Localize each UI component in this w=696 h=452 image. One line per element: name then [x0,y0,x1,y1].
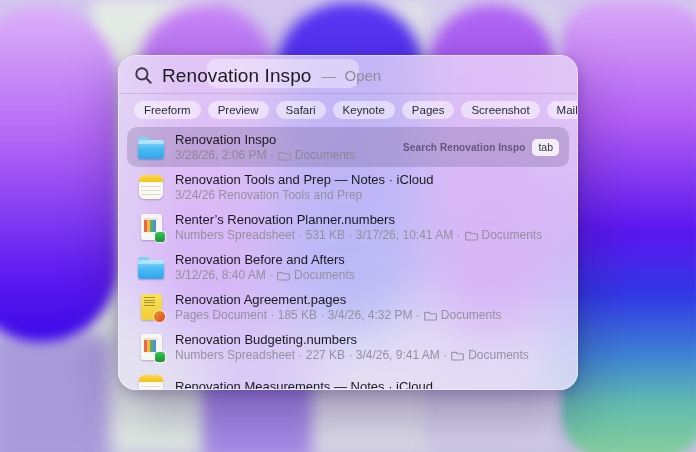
result-location: Documents [468,348,529,362]
result-location: Documents [294,268,355,282]
search-input[interactable]: Renovation Inspo [162,65,311,87]
results-list: Renovation Inspo 3/28/26, 2:06 PM · Docu… [119,125,577,390]
folder-location-icon [465,230,478,241]
folder-location-icon [451,350,464,361]
notes-icon [135,175,167,199]
result-meta: 3/24/26 Renovation Tools and Prep [175,188,362,202]
spotlight-panel: Renovation Inspo —Open FreeformPreviewSa… [118,55,578,390]
result-meta: Numbers Spreadsheet · 531 KB · 3/17/26, … [175,228,461,242]
result-title: Renovation Agreement.pages [175,292,502,308]
result-title: Renovation Tools and Prep — Notes · iClo… [175,172,433,188]
result-row[interactable]: Renovation Inspo 3/28/26, 2:06 PM · Docu… [127,127,569,167]
result-meta: Pages Document · 185 KB · 3/4/26, 4:32 P… [175,308,420,322]
filter-chip-mail[interactable]: Mail [547,101,578,119]
result-subtitle: 3/28/26, 2:06 PM · Documents [175,148,355,162]
result-row[interactable]: Renter’s Renovation Planner.numbers Numb… [127,207,569,247]
result-subtitle: 3/12/26, 8:40 AM · Documents [175,268,355,282]
result-subtitle: Numbers Spreadsheet · 227 KB · 3/4/26, 9… [175,348,529,362]
result-title: Renovation Measurements — Notes · iCloud [175,379,433,390]
result-row[interactable]: Renovation Before and Afters 3/12/26, 8:… [127,247,569,287]
filter-chip-keynote[interactable]: Keynote [333,101,395,119]
result-row[interactable]: Renovation Agreement.pages Pages Documen… [127,287,569,327]
action-hint-text: Search Renovation Inspo [403,142,525,153]
result-subtitle: 3/24/26 Renovation Tools and Prep [175,188,433,202]
folder-icon [135,255,167,279]
result-location: Documents [482,228,543,242]
folder-location-icon [277,270,290,281]
result-meta: 3/28/26, 2:06 PM · [175,148,274,162]
folder-location-icon [278,150,291,161]
result-row[interactable]: Renovation Budgeting.numbers Numbers Spr… [127,327,569,367]
numbers-icon [135,334,167,360]
folder-icon [135,135,167,159]
filter-chip-preview[interactable]: Preview [208,101,269,119]
filter-chip-safari[interactable]: Safari [276,101,326,119]
autocomplete-hint: —Open [321,67,381,84]
wallpaper-capsule [562,2,696,452]
pages-icon [135,294,167,320]
filter-chip-screenshot[interactable]: Screenshot [461,101,539,119]
result-row[interactable]: Renovation Measurements — Notes · iCloud [127,367,569,390]
wallpaper-bar [0,336,110,452]
result-row[interactable]: Renovation Tools and Prep — Notes · iClo… [127,167,569,207]
search-bar[interactable]: Renovation Inspo —Open [119,56,577,93]
row-action-hint: Search Renovation Inspo tab [403,127,559,167]
result-subtitle: Numbers Spreadsheet · 531 KB · 3/17/26, … [175,228,542,242]
tab-key-badge[interactable]: tab [532,139,559,156]
folder-location-icon [424,310,437,321]
result-location: Documents [295,148,356,162]
result-title: Renovation Budgeting.numbers [175,332,529,348]
numbers-icon [135,214,167,240]
result-title: Renter’s Renovation Planner.numbers [175,212,542,228]
result-meta: Numbers Spreadsheet · 227 KB · 3/4/26, 9… [175,348,447,362]
filter-chip-row: FreeformPreviewSafariKeynotePagesScreens… [119,94,577,125]
result-location: Documents [441,308,502,322]
filter-chip-pages[interactable]: Pages [402,101,455,119]
wallpaper-capsule [0,6,118,342]
result-subtitle: Pages Document · 185 KB · 3/4/26, 4:32 P… [175,308,502,322]
result-title: Renovation Before and Afters [175,252,355,268]
result-title: Renovation Inspo [175,132,355,148]
search-icon [134,66,153,85]
filter-chip-freeform[interactable]: Freeform [134,101,201,119]
result-meta: 3/12/26, 8:40 AM · [175,268,273,282]
notes-icon [135,375,167,390]
